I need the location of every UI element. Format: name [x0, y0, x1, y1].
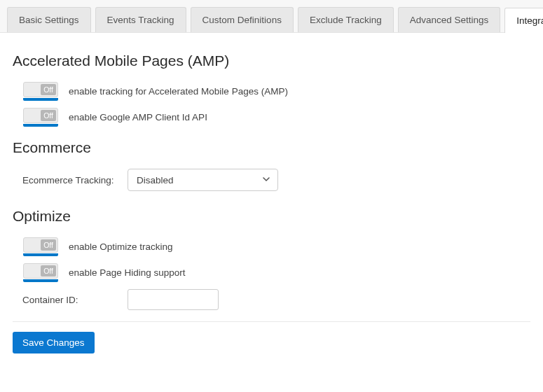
toggle-state-label: Off [41, 110, 56, 121]
ecommerce-tracking-select[interactable]: Disabled [128, 169, 278, 191]
container-id-label: Container ID: [22, 295, 128, 305]
select-value: Disabled [137, 175, 174, 186]
toggle-underline [23, 124, 58, 127]
toggle-wrap: Off [22, 237, 59, 256]
toggle-desc: enable Page Hiding support [69, 267, 186, 278]
save-changes-button[interactable]: Save Changes [13, 332, 95, 354]
section-title-amp: Accelerated Mobile Pages (AMP) [13, 52, 530, 69]
tab-exclude-tracking[interactable]: Exclude Tracking [298, 7, 394, 32]
toggle-state-label: Off [41, 84, 56, 95]
toggle-desc: enable tracking for Accelerated Mobile P… [69, 86, 288, 97]
select-wrap: Disabled [128, 169, 278, 191]
toggle-wrap: Off [22, 263, 59, 282]
optimize-toggle-row-2: Off enable Page Hiding support [13, 263, 530, 282]
toggle-state-label: Off [41, 239, 56, 251]
section-title-optimize: Optimize [13, 208, 530, 225]
divider [13, 321, 530, 322]
toggle-desc: enable Google AMP Client Id API [69, 112, 207, 122]
tab-basic-settings[interactable]: Basic Settings [7, 7, 91, 32]
tabs-bar: Basic Settings Events Tracking Custom De… [0, 0, 543, 33]
optimize-toggle-row-1: Off enable Optimize tracking [13, 237, 530, 256]
toggle-amp-tracking[interactable]: Off [23, 82, 58, 97]
tab-advanced-settings[interactable]: Advanced Settings [398, 7, 501, 32]
toggle-page-hiding[interactable]: Off [23, 263, 58, 279]
container-id-input[interactable] [128, 289, 219, 310]
ecommerce-tracking-label: Ecommerce Tracking: [22, 175, 128, 186]
toggle-amp-client-id[interactable]: Off [23, 108, 58, 123]
amp-toggle-row-2: Off enable Google AMP Client Id API [13, 108, 530, 127]
toggle-underline [23, 279, 58, 282]
toggle-desc: enable Optimize tracking [69, 241, 173, 252]
toggle-optimize-tracking[interactable]: Off [23, 237, 58, 253]
toggle-state-label: Off [41, 265, 56, 276]
section-title-ecommerce: Ecommerce [13, 139, 530, 156]
toggle-underline [23, 253, 58, 256]
toggle-wrap: Off [22, 108, 59, 127]
tab-events-tracking[interactable]: Events Tracking [95, 7, 186, 32]
toggle-underline [23, 98, 58, 101]
toggle-wrap: Off [22, 82, 59, 101]
container-id-row: Container ID: [22, 289, 530, 310]
ecommerce-tracking-row: Ecommerce Tracking: Disabled [22, 169, 530, 191]
tab-integration[interactable]: Integration [504, 8, 543, 33]
tab-custom-definitions[interactable]: Custom Definitions [191, 7, 294, 32]
amp-toggle-row-1: Off enable tracking for Accelerated Mobi… [13, 82, 530, 101]
content-area: Accelerated Mobile Pages (AMP) Off enabl… [0, 33, 543, 360]
